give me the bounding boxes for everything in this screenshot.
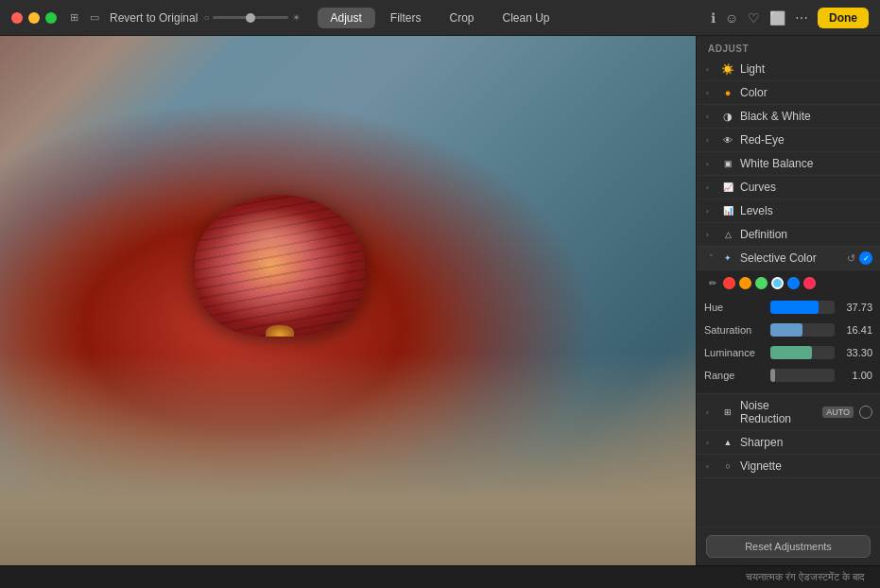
adjust-item-vignette[interactable]: › ○ Vignette xyxy=(697,455,880,478)
adjust-item-light[interactable]: › ☀️ Light xyxy=(697,58,880,81)
saturation-value: 16.41 xyxy=(838,324,872,336)
chevron-right-icon: › xyxy=(706,207,716,216)
hue-row: Hue 37.73 xyxy=(704,297,872,318)
luminance-bar-fill xyxy=(770,346,812,359)
pencil-icon[interactable]: ✏ xyxy=(706,276,719,289)
adjust-item-levels[interactable]: › 📊 Levels xyxy=(697,199,880,223)
adjust-item-curves[interactable]: › 📈 Curves xyxy=(697,176,880,199)
saturation-row: Saturation 16.41 xyxy=(704,320,872,340)
white-balance-label: White Balance xyxy=(740,157,872,170)
adjust-item-definition[interactable]: › △ Definition xyxy=(697,223,880,247)
hue-bar-fill xyxy=(770,301,819,314)
noise-reduction-icon: ⊞ xyxy=(721,406,734,419)
slider-max-icon: ☀ xyxy=(292,12,301,23)
luminance-bar[interactable] xyxy=(770,346,835,359)
hue-bar[interactable] xyxy=(770,301,835,314)
bottom-caption: चयनात्मक रंग ऐडजस्टमेंट के बाद xyxy=(746,571,865,583)
close-button[interactable] xyxy=(11,12,23,24)
tab-adjust[interactable]: Adjust xyxy=(317,8,374,28)
chevron-right-icon: › xyxy=(706,462,716,471)
favorite-icon[interactable]: ♡ xyxy=(748,10,760,26)
selective-color-icon: ✦ xyxy=(721,251,734,265)
selective-color-actions: ↺ ✓ xyxy=(847,251,872,265)
adjust-item-selective-color[interactable]: › ✦ Selective Color ↺ ✓ xyxy=(697,247,880,270)
definition-label: Definition xyxy=(740,228,872,241)
chevron-right-icon: › xyxy=(706,183,716,192)
white-balance-icon: ▣ xyxy=(721,157,734,170)
chevron-down-icon: › xyxy=(707,253,716,263)
saturation-bar[interactable] xyxy=(770,323,835,337)
minimize-button[interactable] xyxy=(28,12,40,24)
tab-cleanup[interactable]: Clean Up xyxy=(490,8,563,28)
range-row: Range 1.00 xyxy=(704,365,872,386)
levels-label: Levels xyxy=(740,204,872,217)
titlebar: ⊞ ▭ Revert to Original ○ ☀ Adjust Filter… xyxy=(0,0,880,36)
share-icon[interactable]: ⬜ xyxy=(769,10,785,26)
adjust-item-black-white[interactable]: › ◑ Black & White xyxy=(697,105,880,129)
view-icons: ⊞ ▭ xyxy=(66,10,102,26)
adjust-item-color[interactable]: › ● Color xyxy=(697,81,880,105)
adjust-item-white-balance[interactable]: › ▣ White Balance xyxy=(697,152,880,176)
grid-icon[interactable]: ⊞ xyxy=(66,10,81,26)
tab-filters[interactable]: Filters xyxy=(377,8,435,28)
shell-hinge xyxy=(266,325,294,337)
more-icon[interactable]: ⋯ xyxy=(795,10,808,26)
selective-color-panel: ✏ Hue 37.73 S xyxy=(697,270,880,394)
noise-toggle[interactable] xyxy=(859,406,872,419)
right-panel: ADJUST › ☀️ Light › ● Color › ◑ Black & … xyxy=(696,36,880,565)
light-icon: ☀️ xyxy=(721,62,734,76)
toolbar-tabs: Adjust Filters Crop Clean Up xyxy=(317,8,562,28)
revert-button[interactable]: Revert to Original xyxy=(110,11,198,25)
swatch-pink[interactable] xyxy=(803,277,816,289)
red-eye-icon: 👁 xyxy=(721,133,734,147)
bottom-bar: चयनात्मक रंग ऐडजस्टमेंट के बाद xyxy=(0,565,880,588)
done-button[interactable]: Done xyxy=(818,8,869,28)
swatch-orange[interactable] xyxy=(739,277,751,289)
traffic-lights xyxy=(11,12,57,24)
swatch-cyan[interactable] xyxy=(771,277,784,289)
adjust-item-sharpen[interactable]: › ▲ Sharpen xyxy=(697,431,880,455)
chevron-right-icon: › xyxy=(706,65,716,74)
tab-crop[interactable]: Crop xyxy=(436,8,487,28)
chevron-right-icon: › xyxy=(706,136,716,145)
luminance-row: Luminance 33.30 xyxy=(704,342,872,363)
saturation-label: Saturation xyxy=(704,324,770,336)
luminance-value: 33.30 xyxy=(838,347,872,358)
chevron-right-icon: › xyxy=(706,112,716,121)
range-bar-fill xyxy=(770,369,775,382)
reset-adjustments-button[interactable]: Reset Adjustments xyxy=(706,535,871,558)
swatch-blue[interactable] xyxy=(787,277,800,289)
adjust-list: › ☀️ Light › ● Color › ◑ Black & White ›… xyxy=(697,58,880,527)
adjust-item-red-eye[interactable]: › 👁 Red-Eye xyxy=(697,129,880,152)
saturation-bar-fill xyxy=(770,323,802,337)
emoji-icon[interactable]: ☺ xyxy=(725,10,738,26)
panel-icon[interactable]: ▭ xyxy=(87,10,102,26)
maximize-button[interactable] xyxy=(45,12,57,24)
titlebar-right: ℹ ☺ ♡ ⬜ ⋯ Done xyxy=(711,8,869,28)
sharpen-icon: ▲ xyxy=(721,436,734,449)
slider-min-icon: ○ xyxy=(203,12,209,23)
info-icon[interactable]: ℹ xyxy=(711,10,716,26)
exposure-slider-container: ○ ☀ xyxy=(203,12,301,23)
black-white-icon: ◑ xyxy=(721,110,734,123)
swatch-green[interactable] xyxy=(755,277,768,289)
vignette-icon: ○ xyxy=(721,459,734,473)
auto-badge: AUTO xyxy=(822,406,854,418)
hue-value: 37.73 xyxy=(838,302,872,313)
vignette-label: Vignette xyxy=(740,459,872,473)
range-bar[interactable] xyxy=(770,369,835,382)
range-label: Range xyxy=(704,370,770,381)
chevron-right-icon: › xyxy=(706,439,716,447)
reset-icon[interactable]: ↺ xyxy=(847,252,855,265)
enabled-check-icon[interactable]: ✓ xyxy=(859,251,872,265)
swatch-red[interactable] xyxy=(723,277,735,289)
luminance-label: Luminance xyxy=(704,347,770,358)
shell-subject xyxy=(195,195,384,346)
red-eye-label: Red-Eye xyxy=(740,133,872,147)
chevron-right-icon: › xyxy=(706,408,716,417)
light-label: Light xyxy=(740,62,872,76)
adjust-item-noise-reduction[interactable]: › ⊞ Noise Reduction AUTO xyxy=(697,394,880,431)
panel-footer: Reset Adjustments xyxy=(697,527,880,565)
exposure-slider[interactable] xyxy=(213,16,288,19)
curves-label: Curves xyxy=(740,181,872,194)
